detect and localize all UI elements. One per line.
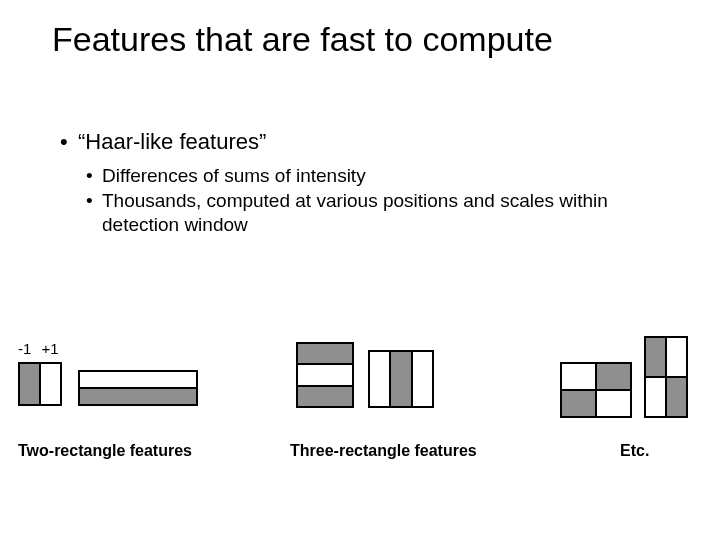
slide-title: Features that are fast to compute (52, 20, 553, 59)
svg-rect-15 (666, 337, 687, 377)
bullet-text: “Haar-like features” (78, 128, 266, 156)
svg-rect-4 (297, 343, 353, 364)
bullet-dot: • (86, 164, 102, 188)
svg-rect-5 (297, 364, 353, 386)
feature-three-a (296, 342, 354, 408)
bullet-level2: • Thousands, computed at various positio… (86, 189, 660, 237)
feature-four-a (560, 362, 632, 418)
caption-two: Two-rectangle features (18, 442, 192, 460)
bullet-list: • “Haar-like features” • Differences of … (60, 128, 660, 239)
bullet-dot: • (60, 128, 78, 156)
svg-rect-3 (79, 388, 197, 405)
bullet-dot: • (86, 189, 102, 213)
slide: Features that are fast to compute • “Haa… (0, 0, 720, 540)
caption-etc: Etc. (620, 442, 649, 460)
bullet-level2: • Differences of sums of intensity (86, 164, 660, 188)
legend-minus: -1 (18, 340, 31, 357)
svg-rect-12 (561, 390, 596, 417)
feature-two-a (18, 362, 62, 406)
svg-rect-7 (369, 351, 390, 407)
caption-three: Three-rectangle features (290, 442, 477, 460)
bullet-text: Thousands, computed at various positions… (102, 189, 660, 237)
svg-rect-10 (561, 363, 596, 390)
svg-rect-0 (19, 363, 40, 405)
svg-rect-14 (645, 337, 666, 377)
svg-rect-8 (390, 351, 412, 407)
legend-plus: +1 (42, 340, 59, 357)
bullet-text: Differences of sums of intensity (102, 164, 366, 188)
svg-rect-11 (596, 363, 631, 390)
svg-rect-1 (40, 363, 61, 405)
svg-rect-9 (412, 351, 433, 407)
bullet-level1: • “Haar-like features” (60, 128, 660, 156)
svg-rect-17 (666, 377, 687, 417)
svg-rect-6 (297, 386, 353, 407)
feature-three-b (368, 350, 434, 408)
svg-rect-16 (645, 377, 666, 417)
svg-rect-13 (596, 390, 631, 417)
svg-rect-2 (79, 371, 197, 388)
legend: -1 +1 (18, 340, 59, 357)
feature-four-b (644, 336, 688, 418)
feature-two-b (78, 370, 198, 406)
